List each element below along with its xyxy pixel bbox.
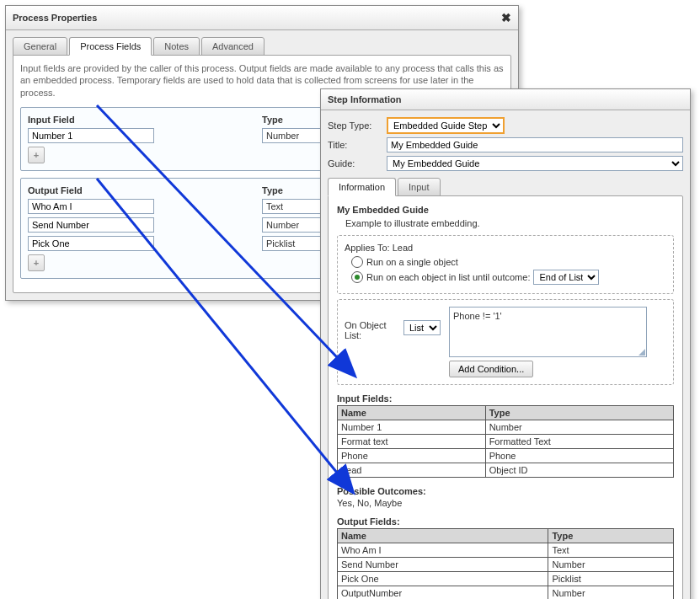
- on-object-select[interactable]: List: [403, 320, 441, 335]
- guide-description: Example to illustrate embedding.: [345, 218, 674, 228]
- input-field-header: Input Field: [28, 115, 262, 125]
- output-fields-table: NameType Who Am IText Send NumberNumber …: [337, 528, 674, 599]
- possible-outcomes-value: Yes, No, Maybe: [337, 498, 674, 508]
- table-row: Number 1Number: [338, 420, 674, 435]
- add-output-button[interactable]: +: [28, 254, 45, 271]
- add-condition-button[interactable]: Add Condition...: [449, 361, 533, 377]
- tab-notes[interactable]: Notes: [153, 37, 200, 56]
- step-information-dialog: Step Information Step Type: Embedded Gui…: [320, 88, 691, 599]
- radio-each-label: Run on each object in list until outcome…: [366, 272, 530, 282]
- dialog-header: Process Properties ✖: [6, 6, 518, 30]
- info-tab-content: My Embedded Guide Example to illustrate …: [328, 195, 683, 599]
- radio-single-object[interactable]: [351, 256, 363, 268]
- radio-single-label: Run on a single object: [366, 257, 458, 267]
- plus-icon: +: [34, 150, 39, 160]
- tab-input[interactable]: Input: [398, 178, 440, 196]
- tab-information[interactable]: Information: [328, 178, 396, 196]
- guide-select[interactable]: My Embedded Guide: [387, 156, 683, 171]
- possible-outcomes-title: Possible Outcomes:: [337, 486, 674, 496]
- add-input-button[interactable]: +: [28, 147, 45, 163]
- object-list-block: On Object List: List Phone != '1' Add: [337, 299, 674, 385]
- step-dialog-title: Step Information: [328, 94, 401, 104]
- condition-text: Phone != '1': [453, 311, 502, 321]
- output-field-name-0[interactable]: [28, 199, 154, 214]
- input-fields-title: Input Fields:: [337, 393, 674, 404]
- step-type-select[interactable]: Embedded Guide Step: [387, 117, 505, 134]
- tab-advanced[interactable]: Advanced: [201, 37, 265, 56]
- title-label: Title:: [328, 140, 387, 150]
- title-input[interactable]: [387, 137, 683, 152]
- guide-label: Guide:: [328, 158, 387, 168]
- output-fields-title: Output Fields:: [337, 516, 674, 527]
- plus-icon-2: +: [34, 258, 39, 268]
- table-row: PhonePhone: [338, 449, 674, 463]
- output-field-name-2[interactable]: [28, 236, 154, 251]
- table-row: Format textFormatted Text: [338, 435, 674, 449]
- output-field-name-1[interactable]: [28, 217, 154, 233]
- step-dialog-body: Step Type: Embedded Guide Step Title: Gu…: [321, 110, 690, 599]
- guide-name: My Embedded Guide: [337, 205, 674, 215]
- col-type-2: Type: [548, 529, 674, 543]
- col-name-2: Name: [338, 529, 548, 543]
- input-fields-table: NameType Number 1Number Format textForma…: [337, 405, 674, 478]
- step-dialog-header: Step Information: [321, 89, 690, 110]
- input-field-name-0[interactable]: [28, 128, 154, 143]
- table-row: Who Am IText: [338, 543, 674, 558]
- on-object-label: On Object List:: [345, 307, 395, 340]
- col-name: Name: [338, 406, 486, 420]
- output-field-header: Output Field: [28, 185, 262, 195]
- step-type-label: Step Type:: [328, 120, 387, 131]
- outcome-select[interactable]: End of List: [533, 270, 599, 285]
- applies-to-block: Applies To: Lead Run on a single object …: [337, 235, 674, 294]
- table-row: LeadObject ID: [338, 463, 674, 478]
- info-tabs: Information Input: [328, 178, 683, 196]
- tab-general[interactable]: General: [13, 37, 67, 56]
- table-row: Pick OnePicklist: [338, 572, 674, 586]
- resize-grip-icon[interactable]: [639, 349, 645, 356]
- radio-each-object[interactable]: [351, 271, 363, 283]
- table-row: OutputNumberNumber: [338, 586, 674, 600]
- dialog-title: Process Properties: [13, 13, 97, 23]
- applies-to-label: Applies To: Lead: [345, 243, 666, 253]
- col-type: Type: [485, 406, 673, 420]
- table-row: Send NumberNumber: [338, 558, 674, 572]
- tab-process-fields[interactable]: Process Fields: [69, 37, 152, 56]
- condition-textarea[interactable]: Phone != '1': [449, 307, 647, 357]
- process-tabs: General Process Fields Notes Advanced: [13, 37, 511, 56]
- close-icon[interactable]: ✖: [501, 11, 511, 24]
